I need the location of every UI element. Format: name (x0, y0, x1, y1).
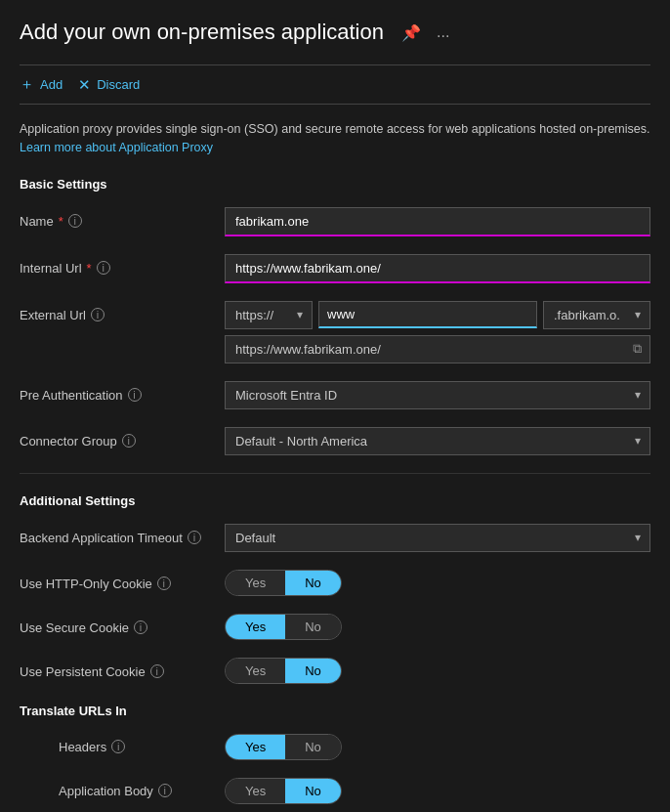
full-url-text: https://www.fabrikam.one/ (235, 342, 381, 357)
pre-auth-row: Pre Authentication i Microsoft Entra ID … (20, 381, 650, 409)
info-banner: Application proxy provides single sign-o… (20, 120, 650, 157)
headers-row: Headers i Yes No (20, 734, 650, 760)
internal-url-label: Internal Url * i (20, 254, 215, 276)
app-body-toggle: Yes No (225, 778, 342, 804)
secure-cookie-label: Use Secure Cookie i (20, 614, 215, 635)
backend-timeout-control: Default Long ▾ (225, 524, 650, 552)
domain-dropdown-wrapper: .fabrikam.o... ▾ (543, 301, 650, 329)
headers-label: Headers i (59, 740, 215, 754)
headers-yes-btn[interactable]: Yes (226, 735, 285, 759)
learn-more-link[interactable]: Learn more about Application Proxy (20, 141, 213, 154)
app-body-info-icon[interactable]: i (158, 784, 172, 797)
toolbar: ＋ Add ✕ Discard (20, 64, 650, 105)
backend-timeout-dropdown[interactable]: Default Long (225, 524, 650, 552)
external-url-control: https:// ▾ .fabrikam.o... ▾ https://www.… (225, 301, 650, 363)
external-url-label: External Url i (20, 301, 215, 322)
connector-group-control: Default - North America ▾ (225, 427, 650, 455)
app-body-row: Application Body i Yes No (20, 778, 650, 804)
persistent-cookie-info-icon[interactable]: i (150, 664, 164, 678)
discard-button[interactable]: ✕ Discard (78, 76, 140, 94)
http-only-cookie-toggle: Yes No (225, 570, 342, 596)
section-divider (20, 473, 650, 474)
connector-group-row: Connector Group i Default - North Americ… (20, 427, 650, 455)
http-only-cookie-no-btn[interactable]: No (285, 571, 341, 595)
additional-settings-title: Additional Settings (20, 493, 650, 508)
backend-timeout-label: Backend Application Timeout i (20, 524, 215, 545)
more-options-icon[interactable]: ... (433, 21, 453, 43)
persistent-cookie-row: Use Persistent Cookie i Yes No (20, 658, 650, 684)
discard-icon: ✕ (78, 76, 91, 94)
headers-control: Yes No (225, 734, 342, 760)
discard-label: Discard (97, 77, 140, 92)
secure-cookie-control: Yes No (225, 614, 650, 640)
title-text: Add your own on-premises application (20, 20, 384, 45)
http-only-cookie-row: Use HTTP-Only Cookie i Yes No (20, 570, 650, 596)
app-body-label: Application Body i (59, 784, 215, 798)
app-body-control: Yes No (225, 778, 342, 804)
basic-settings-title: Basic Settings (20, 177, 650, 192)
add-button[interactable]: ＋ Add (20, 75, 63, 94)
secure-cookie-row: Use Secure Cookie i Yes No (20, 614, 650, 640)
headers-toggle: Yes No (225, 734, 342, 760)
full-url-display: https://www.fabrikam.one/ ⧉ (225, 335, 650, 363)
app-body-yes-btn[interactable]: Yes (226, 779, 285, 803)
persistent-cookie-yes-btn[interactable]: Yes (226, 659, 285, 683)
subdomain-wrapper (318, 301, 537, 328)
headers-info-icon[interactable]: i (111, 740, 125, 753)
pre-auth-dropdown-wrapper: Microsoft Entra ID Passthrough ▾ (225, 381, 650, 409)
name-required: * (59, 214, 63, 229)
app-body-no-btn[interactable]: No (285, 779, 341, 803)
pre-auth-dropdown[interactable]: Microsoft Entra ID Passthrough (225, 381, 650, 409)
backend-timeout-row: Backend Application Timeout i Default Lo… (20, 524, 650, 552)
backend-timeout-info-icon[interactable]: i (188, 531, 201, 544)
add-icon: ＋ (20, 75, 34, 94)
connector-group-dropdown-wrapper: Default - North America ▾ (225, 427, 650, 455)
domain-dropdown[interactable]: .fabrikam.o... (543, 301, 650, 329)
internal-url-info-icon[interactable]: i (97, 261, 110, 275)
secure-cookie-info-icon[interactable]: i (134, 620, 147, 634)
internal-url-control (225, 254, 650, 283)
banner-text: Application proxy provides single sign-o… (20, 122, 649, 136)
name-row: Name * i (20, 207, 650, 236)
connector-group-info-icon[interactable]: i (122, 434, 136, 448)
internal-url-input[interactable] (225, 254, 650, 283)
http-only-cookie-info-icon[interactable]: i (157, 577, 171, 590)
copy-icon[interactable]: ⧉ (633, 341, 642, 357)
name-info-icon[interactable]: i (68, 214, 82, 228)
http-only-cookie-label: Use HTTP-Only Cookie i (20, 570, 215, 591)
backend-timeout-dropdown-wrapper: Default Long ▾ (225, 524, 650, 552)
persistent-cookie-control: Yes No (225, 658, 650, 684)
page-title: Add your own on-premises application 📌 .… (20, 20, 650, 45)
external-url-row: External Url i https:// ▾ .fabrikam.o...… (20, 301, 650, 363)
external-url-info-icon[interactable]: i (91, 308, 105, 321)
connector-group-label: Connector Group i (20, 427, 215, 449)
pre-auth-info-icon[interactable]: i (128, 388, 142, 402)
protocol-dropdown-wrapper: https:// ▾ (225, 301, 313, 329)
name-input[interactable] (225, 207, 650, 236)
secure-cookie-toggle: Yes No (225, 614, 342, 640)
secure-cookie-no-btn[interactable]: No (285, 615, 341, 639)
pre-auth-control: Microsoft Entra ID Passthrough ▾ (225, 381, 650, 409)
internal-url-row: Internal Url * i (20, 254, 650, 283)
persistent-cookie-no-btn[interactable]: No (285, 659, 341, 683)
secure-cookie-yes-btn[interactable]: Yes (226, 615, 285, 639)
name-control (225, 207, 650, 236)
pin-icon[interactable]: 📌 (398, 21, 425, 44)
persistent-cookie-toggle: Yes No (225, 658, 342, 684)
http-only-cookie-control: Yes No (225, 570, 650, 596)
pre-auth-label: Pre Authentication i (20, 381, 215, 403)
add-label: Add (40, 77, 63, 92)
internal-url-required: * (87, 261, 92, 276)
protocol-dropdown[interactable]: https:// (225, 301, 313, 329)
persistent-cookie-label: Use Persistent Cookie i (20, 658, 215, 679)
connector-group-dropdown[interactable]: Default - North America (225, 427, 650, 455)
translate-urls-title: Translate URLs In (20, 704, 650, 718)
subdomain-input[interactable] (318, 301, 537, 328)
http-only-cookie-yes-btn[interactable]: Yes (226, 571, 285, 595)
headers-no-btn[interactable]: No (285, 735, 341, 759)
name-label: Name * i (20, 207, 215, 229)
